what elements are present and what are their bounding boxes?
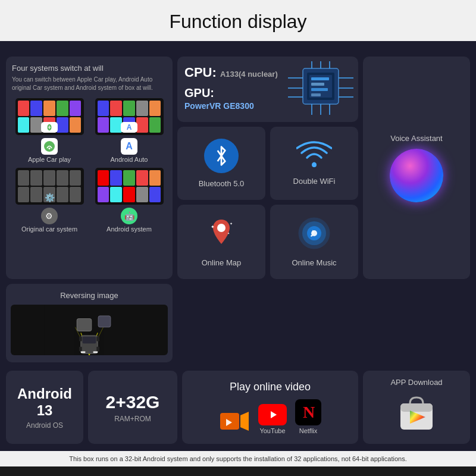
svg-rect-45 bbox=[98, 316, 111, 327]
svg-rect-51 bbox=[400, 403, 433, 412]
cpu-value: A133(4 nuclear) bbox=[220, 70, 278, 79]
cell-ram: 2+32G RAM+ROM bbox=[88, 371, 177, 444]
cell-video: Play online video bbox=[182, 371, 358, 444]
svg-text:♪: ♪ bbox=[309, 226, 315, 239]
map-icon: ✦ ✦ ✦ bbox=[205, 217, 238, 252]
svg-rect-39 bbox=[96, 337, 99, 342]
cell-app-download: APP Download bbox=[363, 371, 470, 444]
android-auto-label: Android Auto bbox=[111, 156, 148, 163]
cell-voice: Voice Assistant bbox=[363, 57, 470, 279]
android13-label: Android 13 bbox=[13, 386, 76, 419]
apple-carplay-label: Apple Car play bbox=[28, 156, 71, 163]
systems-desc: You can switch between Apple Car play, A… bbox=[12, 76, 167, 92]
svg-rect-43 bbox=[93, 351, 98, 353]
svg-point-22 bbox=[217, 224, 226, 232]
ram-value: 2+32G bbox=[106, 392, 160, 412]
bottom-note: This box runs on a 32-bit Android system… bbox=[0, 451, 476, 466]
svg-point-1 bbox=[48, 148, 50, 149]
svg-point-21 bbox=[312, 162, 317, 167]
netflix-label: Netflix bbox=[299, 427, 318, 434]
siri-icon bbox=[390, 149, 443, 202]
video-camera-icon bbox=[219, 408, 250, 434]
reverse-image bbox=[11, 305, 168, 355]
original-car-label: Original car system bbox=[21, 226, 77, 233]
play-store-icon bbox=[396, 393, 437, 437]
reverse-label: Reversing image bbox=[60, 291, 118, 300]
cell-systems: Four systems switch at will You can swit… bbox=[6, 57, 173, 279]
svg-marker-47 bbox=[240, 412, 249, 431]
voice-label: Voice Assistant bbox=[390, 134, 442, 143]
map-label: Online Map bbox=[202, 258, 241, 267]
app-download-label: APP Download bbox=[390, 378, 442, 387]
cell-wifi: Double WiFi bbox=[270, 127, 358, 200]
cpu-label: CPU: bbox=[184, 65, 217, 80]
gpu-value: PowerVR GE8300 bbox=[184, 101, 351, 111]
svg-rect-44 bbox=[77, 319, 92, 331]
cell-cpu: CPU: A133(4 nuclear) GPU: PowerVR GE8300 bbox=[177, 57, 358, 122]
video-netflix: N Netflix bbox=[295, 399, 321, 434]
svg-rect-41 bbox=[96, 347, 99, 352]
youtube-label: YouTube bbox=[259, 427, 285, 434]
android-system-label: Android system bbox=[107, 226, 152, 233]
page-title: Function display bbox=[0, 0, 476, 41]
system-original-car: ⚙️ ⚙ Original car system bbox=[12, 168, 87, 233]
svg-rect-38 bbox=[79, 337, 82, 342]
cell-android13: Android 13 Android OS bbox=[6, 371, 83, 444]
svg-marker-49 bbox=[271, 411, 277, 418]
system-android: 🤖 Android system bbox=[92, 168, 167, 233]
svg-text:✦: ✦ bbox=[227, 231, 230, 235]
svg-rect-37 bbox=[83, 337, 96, 343]
video-youtube: YouTube bbox=[258, 404, 287, 434]
music-label: Online Music bbox=[292, 258, 336, 267]
music-icon: ♪ bbox=[298, 217, 331, 252]
svg-rect-40 bbox=[79, 347, 82, 352]
system-android-auto: A A Android Auto bbox=[92, 98, 167, 163]
svg-rect-42 bbox=[81, 351, 86, 353]
video-title: Play online video bbox=[230, 381, 311, 393]
svg-text:✦: ✦ bbox=[211, 224, 215, 230]
wifi-icon bbox=[296, 141, 332, 171]
bluetooth-label: Bluetooth 5.0 bbox=[199, 179, 245, 188]
wifi-label: Double WiFi bbox=[293, 177, 336, 186]
system-apple-carplay: Apple Car play bbox=[12, 98, 87, 163]
gpu-label: GPU: bbox=[184, 86, 351, 100]
cell-map: ✦ ✦ ✦ Online Map bbox=[177, 205, 265, 279]
bluetooth-icon bbox=[204, 139, 239, 173]
ram-sub: RAM+ROM bbox=[114, 415, 151, 423]
systems-title: Four systems switch at will bbox=[12, 64, 167, 73]
svg-text:✦: ✦ bbox=[230, 222, 233, 226]
cell-reverse: Reversing image bbox=[6, 284, 173, 362]
cell-music: ♪ Online Music bbox=[270, 205, 358, 279]
android-os-sub: Android OS bbox=[26, 421, 63, 430]
cell-bluetooth: Bluetooth 5.0 bbox=[177, 127, 265, 200]
